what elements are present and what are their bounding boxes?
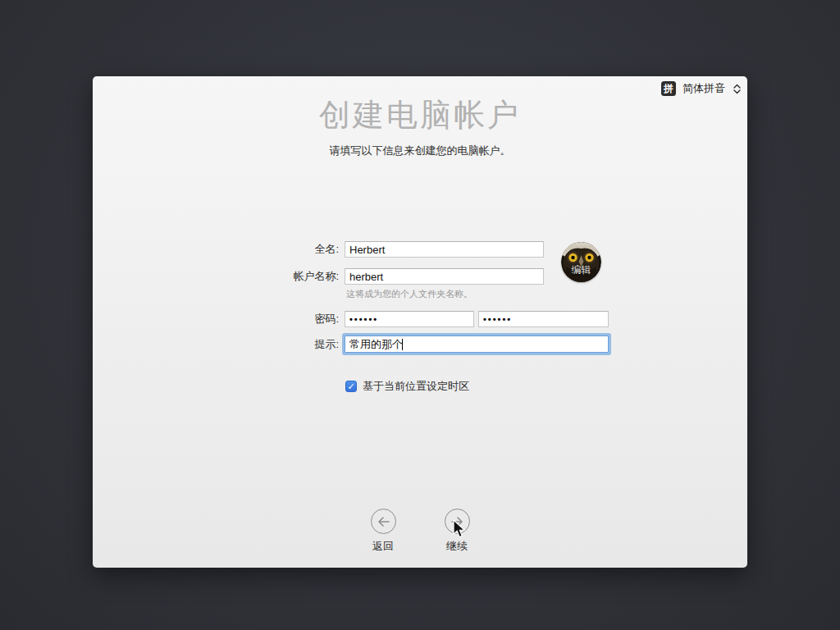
back-button-group: 返回	[346, 509, 420, 554]
back-button-label: 返回	[346, 539, 420, 554]
password-label: 密码:	[142, 311, 339, 327]
continue-button[interactable]	[445, 509, 470, 534]
continue-button-group: 继续	[420, 509, 494, 554]
full-name-label: 全名:	[142, 241, 339, 258]
page-subtitle: 请填写以下信息来创建您的电脑帐户。	[93, 144, 747, 158]
account-name-input[interactable]	[345, 268, 544, 285]
arrow-left-icon	[377, 516, 390, 527]
timezone-checkbox-row[interactable]: ✓ 基于当前位置设定时区	[345, 379, 469, 394]
account-name-hint: 这将成为您的个人文件夹名称。	[346, 288, 472, 300]
avatar-edit-label: 编辑	[561, 263, 601, 277]
back-button[interactable]	[371, 509, 396, 534]
text-caret	[402, 339, 403, 350]
continue-button-label: 继续	[420, 539, 494, 554]
password-input[interactable]	[345, 311, 474, 327]
timezone-checkbox-label: 基于当前位置设定时区	[363, 379, 469, 394]
chevron-up-down-icon[interactable]	[733, 84, 741, 94]
account-name-label: 帐户名称:	[142, 268, 339, 285]
full-name-input[interactable]	[345, 241, 544, 258]
page-title: 创建电脑帐户	[93, 94, 747, 136]
timezone-checkbox[interactable]: ✓	[345, 381, 357, 392]
password-confirm-input[interactable]	[478, 311, 609, 327]
password-hint-label: 提示:	[142, 336, 339, 353]
account-avatar[interactable]: 编辑	[561, 242, 601, 282]
arrow-right-icon	[450, 516, 464, 527]
password-hint-input[interactable]	[345, 336, 609, 353]
setup-assistant-window: 拼 简体拼音 创建电脑帐户 请填写以下信息来创建您的电脑帐户。 全名: 帐户名称…	[93, 76, 747, 568]
